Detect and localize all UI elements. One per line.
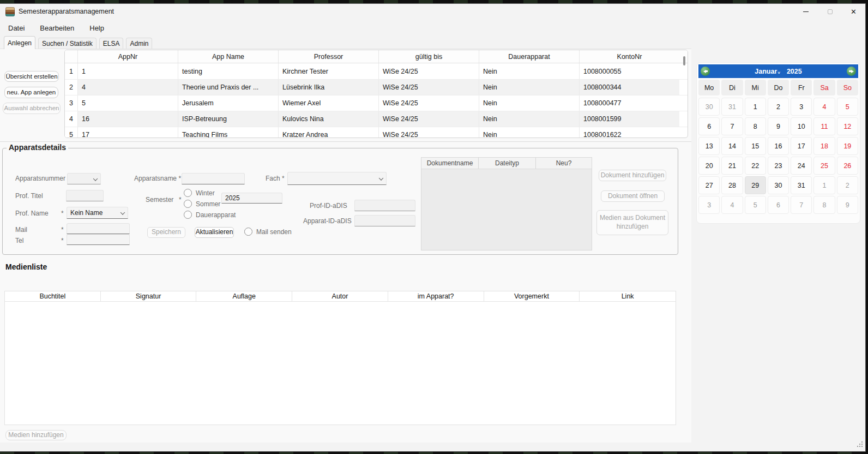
fach-dropdown[interactable] (287, 172, 387, 185)
calendar-date[interactable]: 22 (745, 157, 766, 175)
calendar-date[interactable]: 12 (837, 117, 858, 135)
calendar-date[interactable]: 28 (721, 176, 743, 194)
resize-grip[interactable] (857, 441, 864, 448)
calendar-prev-icon[interactable] (701, 67, 710, 76)
calendar-date[interactable]: 9 (837, 196, 858, 214)
winter-radio[interactable] (184, 189, 192, 197)
apparat-id-adis-field[interactable] (354, 215, 415, 226)
calendar-date[interactable]: 3 (791, 98, 812, 116)
column-header[interactable]: App Name (178, 50, 278, 63)
dokument-oeffnen-button[interactable]: Dokument öffnen (601, 190, 665, 202)
calendar-date[interactable]: 17 (791, 137, 812, 155)
calendar-date[interactable]: 7 (721, 117, 743, 135)
calendar-date[interactable]: 23 (768, 157, 789, 175)
calendar-date[interactable]: 19 (837, 137, 858, 155)
calendar-date[interactable]: 20 (698, 157, 720, 175)
mail-field[interactable] (67, 223, 130, 234)
calendar-date[interactable]: 5 (745, 196, 766, 214)
sidebar-button-auswahl-abbrechen[interactable]: Auswahl abbrechen (3, 103, 61, 114)
column-header[interactable]: Professor (278, 50, 378, 63)
calendar-date[interactable]: 3 (698, 196, 720, 214)
calendar-date[interactable]: 7 (791, 196, 812, 214)
tel-field[interactable] (67, 234, 130, 245)
table-row[interactable]: 11testingKirchner TesterWiSe 24/25Nein10… (65, 63, 688, 79)
tab-anlegen[interactable]: Anlegen (4, 36, 35, 49)
media-column-header[interactable]: Auflage (196, 291, 292, 301)
sidebar-button-neu-app-anlegen[interactable]: neu. App anlegen (4, 87, 58, 98)
menu-item-bearbeiten[interactable]: Bearbeiten (40, 24, 74, 32)
close-button[interactable]: ✕ (841, 4, 866, 20)
calendar-date[interactable]: 24 (791, 157, 812, 175)
calendar-date-today[interactable]: 29 (745, 176, 766, 194)
maximize-button[interactable] (818, 4, 842, 20)
column-header[interactable]: KontoNr (579, 50, 679, 63)
calendar-date[interactable]: 31 (721, 98, 743, 116)
aktualisieren-button[interactable]: Aktualisieren (195, 227, 234, 238)
calendar-date[interactable]: 1 (745, 98, 766, 116)
calendar-date[interactable]: 13 (698, 137, 720, 155)
apparatsname-field[interactable] (182, 173, 245, 184)
calendar-date[interactable]: 4 (721, 196, 743, 214)
tab-elsa[interactable]: ELSA (99, 38, 124, 49)
speichern-button[interactable]: Speichern (147, 227, 185, 238)
calendar-date[interactable]: 2 (768, 98, 789, 116)
calendar-date[interactable]: 16 (768, 137, 789, 155)
prof-name-dropdown[interactable]: Kein Name (67, 207, 128, 219)
calendar-date[interactable]: 26 (837, 157, 858, 175)
media-column-header[interactable]: Link (580, 291, 676, 301)
medien-aus-dokument-button[interactable]: Medien aus Dokument hinzufügen (596, 210, 668, 235)
tab-admin[interactable]: Admin (126, 38, 152, 49)
calendar-date[interactable]: 5 (837, 98, 858, 116)
calendar-date[interactable]: 8 (745, 117, 766, 135)
calendar-date[interactable]: 4 (813, 98, 835, 116)
table-row[interactable]: 517Teaching FilmsKratzer AndreaWiSe 24/2… (65, 127, 688, 138)
media-column-header[interactable]: Autor (292, 291, 388, 301)
column-header[interactable]: gültig bis (378, 50, 479, 63)
menu-item-datei[interactable]: Datei (8, 24, 25, 32)
menu-item-help[interactable]: Help (89, 24, 104, 32)
table-row[interactable]: 24Theorie und Praxis der ...Lüsebrink Il… (65, 79, 688, 95)
medien-hinzufuegen-button[interactable]: Medien hinzufügen (5, 430, 67, 440)
calendar-date[interactable]: 18 (813, 137, 835, 155)
calendar-date[interactable]: 9 (768, 117, 789, 135)
column-header[interactable]: AppNr (77, 50, 178, 63)
calendar-date[interactable]: 31 (791, 176, 812, 194)
prof-id-adis-field[interactable] (354, 200, 415, 211)
semester-jahr-field[interactable]: 2025 (221, 193, 282, 204)
table-row[interactable]: 35JerusalemWiemer AxelWiSe 24/25Nein1008… (65, 95, 688, 111)
minimize-button[interactable] (793, 4, 818, 20)
tab-suchen-statistik[interactable]: Suchen / Statistik (38, 38, 97, 49)
calendar-date[interactable]: 6 (698, 117, 720, 135)
media-column-header[interactable]: Buchtitel (5, 291, 101, 301)
calendar-date[interactable]: 15 (745, 137, 766, 155)
mail-senden-checkbox[interactable] (244, 228, 252, 236)
media-column-header[interactable]: im Apparat? (388, 291, 484, 301)
calendar-date[interactable]: 21 (721, 157, 743, 175)
prof-titel-field[interactable] (66, 190, 104, 201)
calendar-date[interactable]: 10 (791, 117, 812, 135)
doc-column-header[interactable]: Dokumentname (421, 158, 479, 169)
media-column-header[interactable]: Vorgemerkt (484, 291, 580, 301)
dokument-hinzufuegen-button[interactable]: Dokument hinzufügen (599, 170, 666, 181)
calendar-date[interactable]: 27 (698, 176, 720, 194)
dauerapparat-radio[interactable] (184, 211, 192, 219)
calendar-date[interactable]: 30 (768, 176, 789, 194)
media-column-header[interactable]: Signatur (101, 291, 197, 301)
calendar-date[interactable]: 25 (813, 157, 835, 175)
doc-column-header[interactable]: Dateityp (479, 158, 536, 169)
doc-column-header[interactable]: Neu? (536, 158, 592, 169)
calendar-date[interactable]: 14 (721, 137, 743, 155)
table-row[interactable]: 416ISP-BetreuungKulovics NinaWiSe 24/25N… (65, 111, 688, 127)
apparatsnummer-dropdown[interactable] (67, 173, 101, 184)
calendar-next-icon[interactable] (847, 67, 856, 76)
calendar-year[interactable]: 2025 (787, 68, 802, 75)
column-header[interactable]: Dauerapparat (479, 50, 579, 63)
calendar-date[interactable]: 11 (813, 117, 835, 135)
calendar-date[interactable]: 1 (813, 176, 835, 194)
calendar-month[interactable]: Januar (755, 68, 777, 75)
table-scrollbar-thumb[interactable] (683, 56, 685, 65)
calendar-date[interactable]: 8 (813, 196, 835, 214)
calendar-date[interactable]: 30 (698, 98, 720, 116)
calendar-date[interactable]: 6 (768, 196, 789, 214)
sommer-radio[interactable] (184, 200, 192, 208)
